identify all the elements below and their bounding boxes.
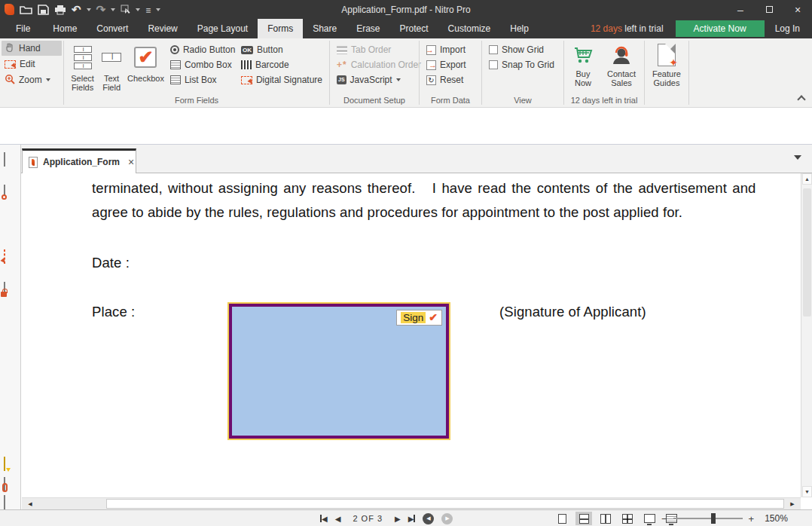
activate-now-button[interactable]: Activate Now bbox=[676, 20, 765, 37]
tab-share[interactable]: Share bbox=[303, 19, 346, 38]
save-button[interactable] bbox=[38, 5, 49, 15]
log-in-button[interactable]: Log In bbox=[775, 23, 800, 34]
close-button[interactable]: × bbox=[783, 0, 812, 19]
export-button[interactable]: Export bbox=[426, 59, 466, 71]
redo-dropdown-caret-icon[interactable] bbox=[111, 8, 115, 14]
sign-button[interactable]: Sign bbox=[396, 310, 442, 326]
first-page-button[interactable]: ◀ bbox=[320, 515, 328, 523]
snap-to-grid-checkbox[interactable]: Snap To Grid bbox=[489, 59, 554, 71]
collapse-ribbon-chevron-icon[interactable] bbox=[797, 95, 805, 103]
nitro-logo-icon bbox=[5, 4, 14, 15]
undo-dropdown-caret-icon[interactable] bbox=[87, 8, 91, 14]
tab-close-icon[interactable]: × bbox=[128, 156, 134, 168]
next-page-button[interactable]: ▶ bbox=[395, 515, 401, 523]
radio-button-label: Radio Button bbox=[183, 44, 235, 55]
print-button[interactable] bbox=[54, 5, 66, 15]
tab-help[interactable]: Help bbox=[500, 19, 539, 38]
scroll-up-button[interactable]: ▲ bbox=[802, 173, 812, 185]
zoom-out-button[interactable]: − bbox=[661, 513, 667, 524]
vertical-scrollbar[interactable]: ▲ ▼ bbox=[801, 173, 812, 497]
tab-customize[interactable]: Customize bbox=[438, 19, 501, 38]
document-tab-title: Application_Form bbox=[43, 157, 120, 167]
list-box-button[interactable]: List Box bbox=[170, 74, 234, 86]
scroll-down-button[interactable]: ▼ bbox=[802, 486, 812, 497]
calculation-order-button[interactable]: Calculation Order bbox=[337, 59, 421, 71]
checkbox-button[interactable]: Checkbox bbox=[125, 41, 166, 84]
tab-review[interactable]: Review bbox=[138, 19, 187, 38]
previous-page-button[interactable]: ◀ bbox=[335, 515, 341, 523]
pages-panel-button[interactable] bbox=[4, 153, 17, 168]
scroll-left-button[interactable]: ◀ bbox=[25, 499, 35, 509]
combo-box-button[interactable]: Combo Box bbox=[170, 59, 234, 71]
qat-menu-caret-icon[interactable] bbox=[156, 8, 160, 14]
tab-home[interactable]: Home bbox=[43, 19, 87, 38]
tab-order-button[interactable]: Tab Order bbox=[337, 44, 421, 56]
zoom-slider[interactable] bbox=[673, 518, 743, 519]
tab-order-label: Tab Order bbox=[351, 44, 391, 55]
paperclip-icon bbox=[2, 483, 8, 492]
tab-erase[interactable]: Erase bbox=[346, 19, 389, 38]
continuous-view-button[interactable] bbox=[575, 512, 592, 525]
horizontal-scrollbar[interactable]: ◀ ▶ bbox=[22, 497, 801, 509]
button-field-button[interactable]: OKButton bbox=[241, 44, 322, 56]
select-tool-button[interactable] bbox=[121, 5, 130, 15]
single-page-view-button[interactable] bbox=[554, 512, 570, 525]
show-grid-checkbox[interactable]: Show Grid bbox=[489, 44, 554, 56]
javascript-button[interactable]: JSJavaScript bbox=[337, 74, 421, 86]
contact-sales-button[interactable]: Contact Sales bbox=[602, 41, 641, 89]
select-tool-dropdown-caret-icon[interactable] bbox=[136, 8, 140, 14]
tab-file[interactable]: File bbox=[3, 19, 43, 38]
horizontal-scroll-thumb[interactable] bbox=[106, 499, 784, 509]
undo-button[interactable] bbox=[72, 3, 81, 17]
previous-view-button[interactable]: ◀ bbox=[423, 513, 434, 524]
select-fields-button[interactable]: III Select Fields bbox=[67, 41, 98, 93]
trial-rest-text: left in trial bbox=[622, 23, 664, 34]
open-file-button[interactable] bbox=[20, 5, 32, 15]
signatures-panel-button[interactable] bbox=[4, 250, 17, 265]
next-view-button[interactable]: ▶ bbox=[441, 513, 453, 524]
buy-now-label: Buy Now bbox=[569, 69, 597, 87]
document-tab[interactable]: Application_Form × bbox=[22, 148, 136, 173]
reset-button[interactable]: Reset bbox=[426, 74, 466, 86]
comments-panel-button[interactable] bbox=[4, 457, 17, 472]
scroll-right-button[interactable]: ▶ bbox=[787, 499, 798, 509]
left-sidebar bbox=[0, 145, 21, 509]
reset-label: Reset bbox=[440, 75, 463, 85]
zoom-level[interactable]: 150% bbox=[765, 513, 788, 524]
zoom-slider-handle[interactable] bbox=[711, 513, 716, 524]
radio-button-button[interactable]: Radio Button bbox=[170, 44, 234, 56]
bookmarks-panel-button[interactable] bbox=[4, 218, 17, 233]
vertical-scroll-thumb[interactable] bbox=[803, 188, 811, 317]
page-indicator[interactable]: 2 OF 3 bbox=[353, 514, 383, 523]
feature-guides-button[interactable]: Feature Guides bbox=[648, 41, 685, 89]
feature-guides-label: Feature Guides bbox=[650, 69, 683, 87]
facing-continuous-view-button[interactable] bbox=[619, 512, 636, 525]
maximize-button[interactable] bbox=[755, 0, 783, 19]
tab-convert[interactable]: Convert bbox=[87, 19, 138, 38]
signature-form-field[interactable]: Sign bbox=[229, 304, 449, 439]
zoom-in-button[interactable]: + bbox=[749, 513, 755, 524]
barcode-button[interactable]: Barcode bbox=[241, 59, 322, 71]
digital-signature-button[interactable]: Digital Signature bbox=[241, 74, 322, 86]
tab-page-layout[interactable]: Page Layout bbox=[188, 19, 258, 38]
zoom-tool-button[interactable]: Zoom bbox=[2, 72, 62, 87]
tab-protect[interactable]: Protect bbox=[390, 19, 438, 38]
tab-list-dropdown-icon[interactable] bbox=[794, 155, 801, 164]
fullscreen-view-button[interactable] bbox=[641, 512, 658, 525]
buy-now-button[interactable]: Buy Now bbox=[567, 41, 599, 89]
search-panel-button[interactable] bbox=[4, 185, 17, 200]
minimize-button[interactable]: – bbox=[726, 0, 755, 19]
last-page-button[interactable]: ▶ bbox=[408, 515, 416, 523]
text-field-button[interactable]: I Text Field bbox=[98, 41, 125, 93]
tab-forms[interactable]: Forms bbox=[258, 19, 303, 38]
attachments-panel-button[interactable] bbox=[4, 478, 17, 493]
facing-pages-view-button[interactable] bbox=[597, 512, 614, 525]
import-button[interactable]: Import bbox=[426, 44, 466, 56]
security-panel-button[interactable] bbox=[4, 283, 17, 298]
redo-button[interactable] bbox=[96, 3, 106, 17]
output-panel-button[interactable] bbox=[4, 496, 17, 511]
hand-tool-button[interactable]: Hand bbox=[2, 41, 62, 56]
hand-icon bbox=[5, 42, 15, 55]
edit-tool-button[interactable]: Edit bbox=[2, 57, 62, 72]
customize-qat-button[interactable] bbox=[145, 3, 151, 17]
